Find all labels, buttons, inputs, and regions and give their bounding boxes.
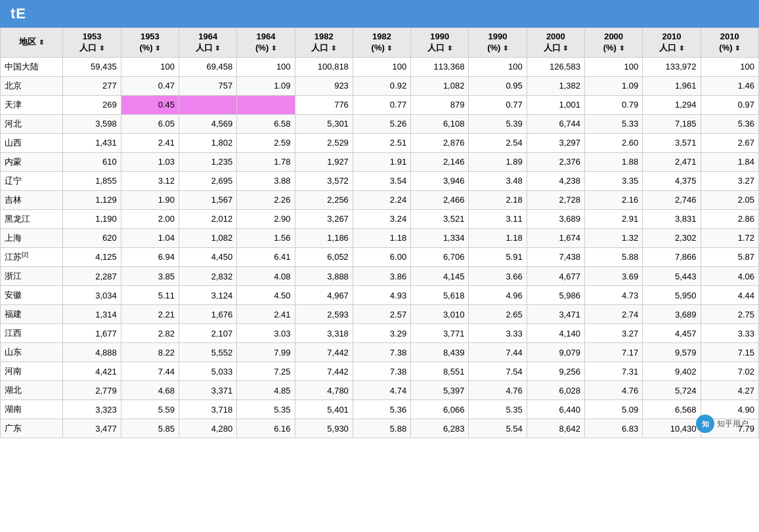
cell-r1990: 5.54: [469, 419, 527, 438]
cell-p1964: 1,082: [179, 228, 237, 247]
cell-r2010: 1.72: [701, 228, 758, 247]
cell-r2000: 4.73: [584, 286, 642, 305]
cell-p2000: 5,986: [527, 286, 584, 305]
cell-p2000: 3,689: [527, 209, 584, 228]
cell-p1990: 8,551: [411, 362, 469, 381]
cell-p2000: 4,238: [527, 171, 584, 190]
cell-r1964: 4.08: [237, 267, 295, 286]
cell-r2010: 4.27: [701, 381, 758, 400]
cell-p1953: 1,431: [63, 133, 121, 152]
cell-p2000: 9,256: [527, 362, 584, 381]
table-row: 天津2690.457760.778790.771,0010.791,2940.9…: [1, 95, 759, 114]
col-header-p2010[interactable]: 2010人口 ⇕: [643, 28, 701, 58]
cell-r2010: 7.02: [701, 362, 758, 381]
cell-r1990: 3.33: [469, 324, 527, 343]
cell-p1982: 1,186: [295, 228, 353, 247]
cell-r2000: 2.91: [584, 209, 642, 228]
table-row: 中国大陆59,43510069,458100100,818100113,3681…: [1, 57, 759, 76]
cell-p1990: 113,368: [411, 57, 469, 76]
cell-r1953: 5.59: [121, 400, 179, 419]
cell-p1982: 5,301: [295, 114, 353, 133]
cell-r1953: 2.82: [121, 324, 179, 343]
cell-p2000: 2,728: [527, 190, 584, 209]
table-row: 吉林1,1291.901,5672.262,2562.242,4662.182,…: [1, 190, 759, 209]
cell-r1964: 2.59: [237, 133, 295, 152]
cell-p1982: 3,318: [295, 324, 353, 343]
cell-r1982: 7.38: [353, 343, 410, 362]
cell-p1990: 2,146: [411, 152, 469, 171]
col-header-p1982[interactable]: 1982人口 ⇕: [295, 28, 353, 58]
col-header-p2000[interactable]: 2000人口 ⇕: [527, 28, 584, 58]
cell-region: 天津: [1, 95, 63, 114]
cell-r2000: 3.69: [584, 267, 642, 286]
cell-p2000: 8,642: [527, 419, 584, 438]
cell-r2010: 3.33: [701, 324, 758, 343]
cell-p1982: 7,442: [295, 343, 353, 362]
table-row: 山东4,8888.225,5527.997,4427.388,4397.449,…: [1, 343, 759, 362]
cell-p1964: 5,033: [179, 362, 237, 381]
cell-r2000: 1.88: [584, 152, 642, 171]
col-header-r1990[interactable]: 1990(%) ⇕: [469, 28, 527, 58]
cell-r1982: 2.24: [353, 190, 410, 209]
cell-region: 湖南: [1, 400, 63, 419]
cell-r1982: 3.29: [353, 324, 410, 343]
col-header-p1953[interactable]: 1953人口 ⇕: [63, 28, 121, 58]
cell-p2010: 5,950: [643, 286, 701, 305]
cell-r1990: 2.54: [469, 133, 527, 152]
table-row: 北京2770.477571.099230.921,0820.951,3821.0…: [1, 76, 759, 95]
population-table: 地区 ⇕ 1953人口 ⇕ 1953(%) ⇕ 1964人口 ⇕ 1964(%)…: [0, 28, 759, 438]
cell-p1964: 1,567: [179, 190, 237, 209]
cell-p1982: 100,818: [295, 57, 353, 76]
cell-r2000: 6.83: [584, 419, 642, 438]
cell-p2010: 133,972: [643, 57, 701, 76]
cell-r1953: 3.85: [121, 267, 179, 286]
cell-p2010: 2,471: [643, 152, 701, 171]
cell-r2000: 4.76: [584, 381, 642, 400]
cell-r1990: 5.39: [469, 114, 527, 133]
col-header-r1964[interactable]: 1964(%) ⇕: [237, 28, 295, 58]
cell-r1982: 4.74: [353, 381, 410, 400]
cell-r1990: 2.18: [469, 190, 527, 209]
col-header-p1964[interactable]: 1964人口 ⇕: [179, 28, 237, 58]
col-header-r1982[interactable]: 1982(%) ⇕: [353, 28, 410, 58]
cell-r1964: 2.41: [237, 305, 295, 324]
cell-r1964: 3.03: [237, 324, 295, 343]
watermark-logo: 知: [696, 415, 714, 433]
cell-region: 江西: [1, 324, 63, 343]
cell-p1953: 1,190: [63, 209, 121, 228]
cell-p1964: 1,676: [179, 305, 237, 324]
col-header-region[interactable]: 地区 ⇕: [1, 28, 63, 58]
cell-r2000: 1.09: [584, 76, 642, 95]
cell-region: 河南: [1, 362, 63, 381]
cell-r1990: 7.44: [469, 343, 527, 362]
col-header-r2010[interactable]: 2010(%) ⇕: [701, 28, 758, 58]
cell-region: 内蒙: [1, 152, 63, 171]
cell-r2010: 5.87: [701, 247, 758, 266]
col-header-p1990[interactable]: 1990人口 ⇕: [411, 28, 469, 58]
cell-p2010: 3,831: [643, 209, 701, 228]
cell-p1964: 2,012: [179, 209, 237, 228]
cell-p1990: 1,082: [411, 76, 469, 95]
cell-p1953: 1,677: [63, 324, 121, 343]
cell-r1990: 1.89: [469, 152, 527, 171]
col-header-r2000[interactable]: 2000(%) ⇕: [584, 28, 642, 58]
cell-p1982: 776: [295, 95, 353, 114]
cell-p1964: 5,552: [179, 343, 237, 362]
cell-p1990: 4,145: [411, 267, 469, 286]
cell-p2010: 5,724: [643, 381, 701, 400]
table-row: 湖南3,3235.593,7185.355,4015.366,0665.356,…: [1, 400, 759, 419]
cell-r1964: 4.85: [237, 381, 295, 400]
cell-r2000: 2.60: [584, 133, 642, 152]
col-header-r1953[interactable]: 1953(%) ⇕: [121, 28, 179, 58]
cell-p2010: 10,430: [643, 419, 701, 438]
cell-r1953: 6.94: [121, 247, 179, 266]
cell-p1990: 3,521: [411, 209, 469, 228]
watermark-logo-char: 知: [702, 419, 709, 429]
cell-r1982: 1.91: [353, 152, 410, 171]
cell-r1982: 0.77: [353, 95, 410, 114]
cell-p1990: 6,066: [411, 400, 469, 419]
cell-p2000: 7,438: [527, 247, 584, 266]
cell-p2000: 6,028: [527, 381, 584, 400]
cell-p1990: 6,283: [411, 419, 469, 438]
cell-region: 河北: [1, 114, 63, 133]
